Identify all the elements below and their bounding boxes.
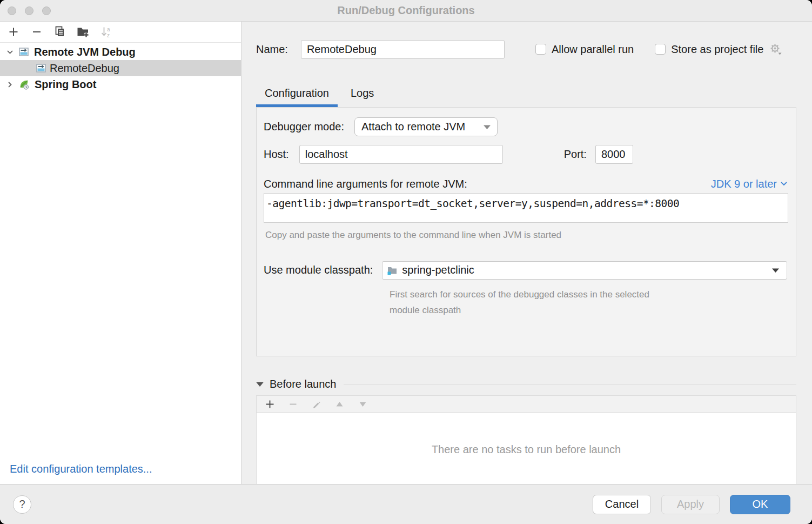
- module-classpath-label: Use module classpath:: [264, 264, 373, 276]
- move-down-icon[interactable]: [357, 399, 368, 409]
- move-up-icon[interactable]: [334, 399, 345, 409]
- module-classpath-hint: First search for sources of the debugged…: [390, 287, 662, 318]
- dialog-footer: ? Cancel Apply OK: [0, 484, 812, 524]
- minimize-window-button[interactable]: [25, 6, 33, 15]
- store-as-project-file-checkbox[interactable]: [655, 44, 666, 55]
- host-label: Host:: [264, 148, 289, 161]
- tree-group-label: Remote JVM Debug: [34, 46, 136, 58]
- debugger-mode-select[interactable]: Attach to remote JVM: [354, 117, 498, 136]
- remote-debug-config-icon: [36, 63, 46, 74]
- tree-group-label: Spring Boot: [35, 78, 96, 91]
- close-window-button[interactable]: [8, 6, 16, 15]
- debugger-mode-value: Attach to remote JVM: [361, 121, 484, 133]
- zoom-window-button[interactable]: [42, 6, 51, 15]
- remove-task-icon[interactable]: [287, 399, 298, 409]
- tree-group-spring-boot[interactable]: Spring Boot: [0, 76, 241, 92]
- collapse-triangle-icon[interactable]: [256, 382, 264, 387]
- before-launch-toolbar: [256, 395, 796, 413]
- tree-item-remotedebug[interactable]: RemoteDebug: [0, 60, 241, 76]
- command-line-hint: Copy and paste the arguments to the comm…: [265, 230, 561, 241]
- edit-configuration-templates-link[interactable]: Edit configuration templates...: [10, 463, 152, 475]
- command-line-label-row: Command line arguments for remote JVM: J…: [264, 176, 787, 191]
- chevron-down-icon[interactable]: [5, 48, 14, 56]
- chevron-right-icon[interactable]: [5, 81, 14, 89]
- host-port-row: Host: Port:: [264, 145, 787, 164]
- ok-button[interactable]: OK: [730, 495, 790, 514]
- svg-text:a: a: [107, 26, 110, 32]
- tree-group-remote-jvm-debug[interactable]: Remote JVM Debug: [0, 44, 241, 60]
- run-debug-configurations-dialog: Run/Debug Configurations az: [0, 0, 812, 524]
- traffic-lights: [8, 6, 51, 15]
- help-button[interactable]: ?: [13, 495, 31, 514]
- configuration-tab-panel: Debugger mode: Attach to remote JVM Host…: [256, 107, 796, 356]
- sidebar-toolbar: az: [0, 22, 241, 43]
- tab-configuration[interactable]: Configuration: [256, 84, 338, 107]
- tree-item-label: RemoteDebug: [50, 62, 119, 75]
- command-line-arguments-textarea[interactable]: -agentlib:jdwp=transport=dt_socket,serve…: [264, 193, 788, 223]
- jdk-version-selector[interactable]: JDK 9 or later: [711, 178, 787, 190]
- copy-configuration-icon[interactable]: [53, 25, 66, 38]
- configuration-details-panel: Name: Allow parallel run Store as projec…: [242, 22, 812, 484]
- allow-parallel-run-label: Allow parallel run: [552, 43, 634, 56]
- port-label: Port:: [564, 148, 587, 161]
- allow-parallel-run-checkbox[interactable]: [535, 44, 546, 55]
- before-launch-header[interactable]: Before launch: [256, 377, 796, 391]
- configurations-sidebar: az Remote JVM Debug RemoteDebug: [0, 22, 241, 484]
- debugger-mode-row: Debugger mode: Attach to remote JVM: [264, 117, 787, 136]
- command-line-label: Command line arguments for remote JVM:: [264, 178, 467, 190]
- tab-logs[interactable]: Logs: [342, 84, 382, 107]
- edit-task-icon[interactable]: [311, 399, 321, 409]
- sort-alphabetically-icon[interactable]: az: [100, 25, 113, 38]
- window-title: Run/Debug Configurations: [0, 0, 812, 21]
- debugger-mode-label: Debugger mode:: [264, 121, 344, 133]
- module-icon: [387, 265, 398, 276]
- module-classpath-select[interactable]: spring-petclinic: [382, 261, 787, 280]
- cancel-button[interactable]: Cancel: [593, 495, 651, 514]
- before-launch-task-list[interactable]: There are no tasks to run before launch: [256, 413, 796, 484]
- name-row: Name: Allow parallel run Store as projec…: [256, 39, 803, 59]
- configuration-tabs: Configuration Logs: [256, 84, 382, 107]
- configurations-tree: Remote JVM Debug RemoteDebug Spring Boot: [0, 44, 241, 92]
- name-input[interactable]: [301, 40, 505, 59]
- module-classpath-value: spring-petclinic: [402, 264, 772, 276]
- add-task-icon[interactable]: [264, 399, 275, 409]
- name-label: Name:: [256, 43, 288, 56]
- chevron-down-icon: [781, 182, 787, 186]
- gear-icon[interactable]: [769, 42, 783, 56]
- title-bar: Run/Debug Configurations: [0, 0, 812, 22]
- apply-button[interactable]: Apply: [661, 495, 720, 514]
- before-launch-title: Before launch: [270, 378, 336, 390]
- action-buttons: Cancel Apply OK: [593, 495, 790, 514]
- empty-tasks-message: There are no tasks to run before launch: [257, 443, 796, 456]
- section-divider: [344, 384, 796, 384]
- port-input[interactable]: [595, 145, 633, 164]
- module-classpath-row: Use module classpath: spring-petclinic: [264, 261, 787, 280]
- svg-text:z: z: [107, 32, 110, 38]
- allow-parallel-run-checkbox-group: Allow parallel run: [535, 43, 634, 56]
- spring-boot-icon: [18, 79, 30, 90]
- new-folder-icon[interactable]: [77, 25, 90, 38]
- dropdown-arrow-icon: [772, 268, 779, 273]
- add-configuration-icon[interactable]: [7, 25, 20, 38]
- store-as-project-file-label: Store as project file: [671, 43, 763, 56]
- dropdown-arrow-icon: [484, 125, 491, 129]
- remote-debug-config-icon: [18, 47, 29, 57]
- store-as-project-file-checkbox-group: Store as project file: [655, 43, 763, 56]
- jdk-version-value: JDK 9 or later: [711, 178, 777, 190]
- remove-configuration-icon[interactable]: [30, 25, 43, 38]
- host-input[interactable]: [299, 145, 503, 164]
